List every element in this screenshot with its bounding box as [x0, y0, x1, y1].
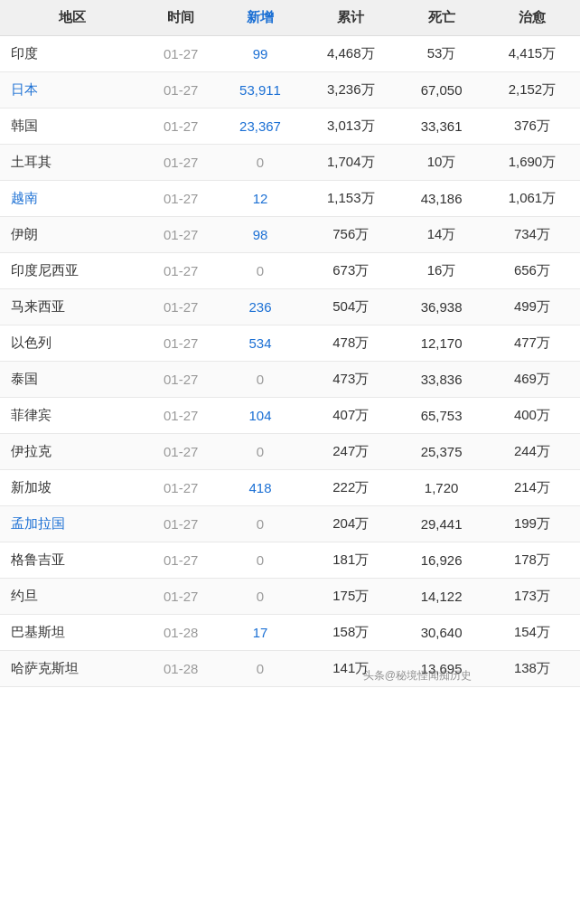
date-cell: 01-27 — [145, 325, 218, 362]
cumulative-cell: 175万 — [303, 579, 398, 615]
recovered-cell: 2,152万 — [484, 72, 580, 108]
deaths-cell: 30,640 — [398, 615, 483, 651]
recovered-cell: 4,415万 — [484, 36, 580, 72]
new-cases-cell: 12 — [218, 181, 303, 217]
cumulative-cell: 222万 — [303, 470, 398, 506]
new-cases-cell: 53,911 — [218, 72, 303, 108]
region-cell: 马来西亚 — [0, 289, 145, 325]
date-cell: 01-27 — [145, 72, 218, 108]
date-cell: 01-27 — [145, 108, 218, 145]
cumulative-cell: 407万 — [303, 398, 398, 434]
new-cases-cell: 0 — [218, 542, 303, 579]
deaths-cell: 14,122 — [398, 579, 483, 615]
cumulative-cell: 141万 — [303, 651, 398, 687]
date-cell: 01-27 — [145, 362, 218, 398]
deaths-cell: 65,753 — [398, 398, 483, 434]
region-cell: 泰国 — [0, 362, 145, 398]
covid-data-table: 地区时间新增累计死亡治愈 印度01-27994,468万53万4,415万日本0… — [0, 0, 580, 687]
new-cases-cell: 0 — [218, 362, 303, 398]
date-cell: 01-27 — [145, 253, 218, 289]
cumulative-cell: 673万 — [303, 253, 398, 289]
table-row: 格鲁吉亚01-270181万16,926178万 — [0, 542, 580, 579]
date-cell: 01-27 — [145, 434, 218, 470]
new-cases-cell: 23,367 — [218, 108, 303, 145]
table-row: 日本01-2753,9113,236万67,0502,152万 — [0, 72, 580, 108]
table-row: 哈萨克斯坦01-280141万13,695138万 — [0, 651, 580, 687]
deaths-cell: 53万 — [398, 36, 483, 72]
cumulative-cell: 158万 — [303, 615, 398, 651]
recovered-cell: 656万 — [484, 253, 580, 289]
region-cell: 印度尼西亚 — [0, 253, 145, 289]
new-cases-cell: 236 — [218, 289, 303, 325]
region-cell: 格鲁吉亚 — [0, 542, 145, 579]
date-cell: 01-27 — [145, 289, 218, 325]
new-cases-cell: 104 — [218, 398, 303, 434]
table-header-4: 死亡 — [398, 0, 483, 36]
date-cell: 01-27 — [145, 181, 218, 217]
recovered-cell: 1,690万 — [484, 145, 580, 181]
table-header-2: 新增 — [218, 0, 303, 36]
deaths-cell: 14万 — [398, 217, 483, 253]
date-cell: 01-27 — [145, 36, 218, 72]
new-cases-cell: 0 — [218, 651, 303, 687]
recovered-cell: 400万 — [484, 398, 580, 434]
deaths-cell: 29,441 — [398, 506, 483, 542]
cumulative-cell: 3,236万 — [303, 72, 398, 108]
deaths-cell: 36,938 — [398, 289, 483, 325]
table-row: 马来西亚01-27236504万36,938499万 — [0, 289, 580, 325]
recovered-cell: 178万 — [484, 542, 580, 579]
region-cell: 韩国 — [0, 108, 145, 145]
deaths-cell: 25,375 — [398, 434, 483, 470]
table-header-3: 累计 — [303, 0, 398, 36]
recovered-cell: 499万 — [484, 289, 580, 325]
table-header-5: 治愈 — [484, 0, 580, 36]
new-cases-cell: 0 — [218, 253, 303, 289]
date-cell: 01-27 — [145, 542, 218, 579]
deaths-cell: 12,170 — [398, 325, 483, 362]
date-cell: 01-28 — [145, 651, 218, 687]
table-row: 韩国01-2723,3673,013万33,361376万 — [0, 108, 580, 145]
new-cases-cell: 0 — [218, 434, 303, 470]
region-cell[interactable]: 越南 — [0, 181, 145, 217]
table-header-1: 时间 — [145, 0, 218, 36]
table-row: 伊拉克01-270247万25,375244万 — [0, 434, 580, 470]
new-cases-cell: 98 — [218, 217, 303, 253]
deaths-cell: 16,926 — [398, 542, 483, 579]
new-cases-cell: 0 — [218, 506, 303, 542]
table-row: 越南01-27121,153万43,1861,061万 — [0, 181, 580, 217]
cumulative-cell: 473万 — [303, 362, 398, 398]
region-cell[interactable]: 孟加拉国 — [0, 506, 145, 542]
recovered-cell: 154万 — [484, 615, 580, 651]
recovered-cell: 244万 — [484, 434, 580, 470]
date-cell: 01-27 — [145, 506, 218, 542]
cumulative-cell: 204万 — [303, 506, 398, 542]
table-row: 约旦01-270175万14,122173万 — [0, 579, 580, 615]
region-cell: 菲律宾 — [0, 398, 145, 434]
region-cell: 新加坡 — [0, 470, 145, 506]
new-cases-cell: 0 — [218, 579, 303, 615]
recovered-cell: 1,061万 — [484, 181, 580, 217]
recovered-cell: 173万 — [484, 579, 580, 615]
region-cell[interactable]: 日本 — [0, 72, 145, 108]
new-cases-cell: 17 — [218, 615, 303, 651]
recovered-cell: 199万 — [484, 506, 580, 542]
table-row: 以色列01-27534478万12,170477万 — [0, 325, 580, 362]
recovered-cell: 376万 — [484, 108, 580, 145]
new-cases-cell: 534 — [218, 325, 303, 362]
table-row: 印度01-27994,468万53万4,415万 — [0, 36, 580, 72]
region-cell: 巴基斯坦 — [0, 615, 145, 651]
deaths-cell: 33,361 — [398, 108, 483, 145]
covid-table-container: 地区时间新增累计死亡治愈 印度01-27994,468万53万4,415万日本0… — [0, 0, 580, 687]
new-cases-cell: 418 — [218, 470, 303, 506]
new-cases-cell: 0 — [218, 145, 303, 181]
recovered-cell: 477万 — [484, 325, 580, 362]
recovered-cell: 469万 — [484, 362, 580, 398]
deaths-cell: 33,836 — [398, 362, 483, 398]
recovered-cell: 138万 — [484, 651, 580, 687]
region-cell: 伊朗 — [0, 217, 145, 253]
cumulative-cell: 3,013万 — [303, 108, 398, 145]
cumulative-cell: 1,153万 — [303, 181, 398, 217]
table-row: 土耳其01-2701,704万10万1,690万 — [0, 145, 580, 181]
deaths-cell: 16万 — [398, 253, 483, 289]
table-row: 新加坡01-27418222万1,720214万 — [0, 470, 580, 506]
